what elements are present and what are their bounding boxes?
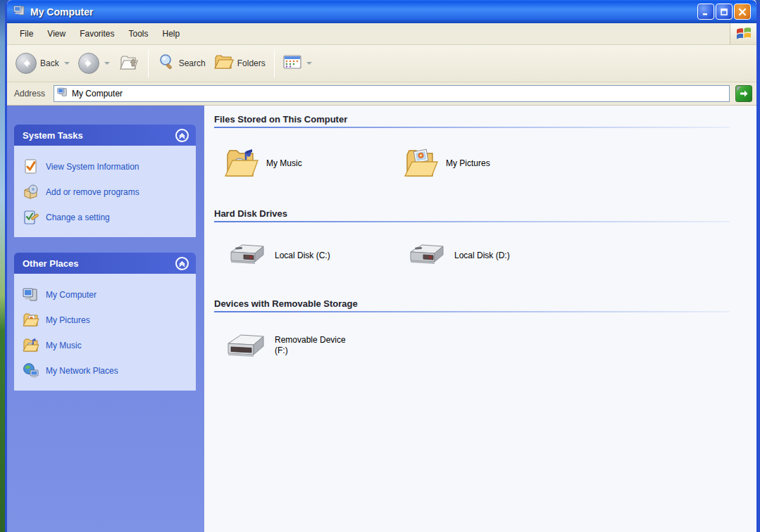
collapse-chevron-icon[interactable] [175, 257, 189, 270]
item-label-line1: Removable Device [275, 335, 346, 345]
task-label: View System Information [46, 162, 139, 172]
task-add-or-remove-programs[interactable]: Add or remove programs [23, 179, 192, 205]
task-pane-sidebar: System Tasks View System Informati [7, 106, 204, 532]
my-computer-icon [13, 4, 26, 20]
back-label: Back [40, 58, 59, 68]
address-bar: Address My Computer [7, 82, 756, 106]
section-title: Hard Disk Drives [214, 208, 756, 219]
pictures-folder-icon [404, 146, 439, 180]
computer-icon [23, 286, 39, 303]
drive-item-local-disk-d[interactable]: Local Disk (D:) [404, 241, 583, 270]
place-label: My Pictures [46, 315, 90, 325]
folder-item-my-pictures[interactable]: My Pictures [404, 146, 583, 180]
task-change-a-setting[interactable]: Change a setting [23, 205, 192, 230]
hard-disk-icon [224, 241, 268, 270]
search-button[interactable]: Search [153, 50, 210, 77]
section-divider [214, 221, 730, 222]
panel-title: System Tasks [23, 130, 83, 141]
folder-view: Files Stored on This Computer [204, 106, 756, 532]
content-area: System Tasks View System Informati [7, 106, 756, 532]
system-tasks-body: View System Information A [14, 146, 196, 237]
title-bar[interactable]: My Computer [7, 0, 756, 23]
system-tasks-panel: System Tasks View System Informati [14, 125, 196, 237]
item-label: Local Disk (C:) [275, 251, 330, 261]
system-tasks-header[interactable]: System Tasks [14, 125, 196, 146]
section-divider [214, 127, 730, 128]
up-button[interactable] [114, 49, 144, 78]
forward-dropdown-icon[interactable] [104, 62, 110, 65]
task-label: Change a setting [46, 213, 110, 222]
up-folder-icon [118, 51, 139, 75]
collapse-chevron-icon[interactable] [175, 129, 189, 142]
section-divider [214, 311, 730, 312]
drive-item-removable-f[interactable]: Removable Device (F:) [224, 331, 404, 360]
music-folder-icon [224, 146, 259, 180]
folders-icon [214, 53, 234, 73]
menu-help[interactable]: Help [156, 26, 187, 42]
place-my-music[interactable]: My Music [23, 333, 192, 358]
place-label: My Computer [46, 290, 96, 300]
back-button[interactable]: Back [11, 50, 74, 77]
place-label: My Music [46, 341, 82, 350]
close-button[interactable] [734, 4, 751, 20]
place-my-pictures[interactable]: My Pictures [23, 308, 192, 333]
place-my-network-places[interactable]: My Network Places [23, 358, 192, 384]
toolbar: Back [7, 45, 756, 82]
toolbar-separator [274, 49, 275, 77]
address-value: My Computer [72, 89, 123, 99]
forward-button[interactable] [74, 50, 114, 77]
views-icon [283, 54, 301, 72]
address-input[interactable]: My Computer [54, 85, 730, 102]
windows-logo-icon [730, 23, 756, 44]
menu-favorites[interactable]: Favorites [73, 26, 121, 42]
folders-label: Folders [237, 58, 266, 68]
menu-view[interactable]: View [40, 26, 73, 42]
menu-file[interactable]: File [13, 26, 40, 42]
network-icon [23, 362, 39, 379]
item-label: My Music [266, 158, 302, 169]
add-remove-programs-icon [23, 184, 39, 201]
minimize-button[interactable] [697, 4, 714, 20]
back-dropdown-icon[interactable] [64, 62, 70, 65]
place-my-computer[interactable]: My Computer [23, 282, 192, 308]
section-title: Devices with Removable Storage [214, 298, 756, 309]
go-button[interactable] [735, 85, 752, 102]
item-label: Local Disk (D:) [454, 251, 510, 261]
removable-drive-icon [224, 331, 268, 360]
music-folder-icon [23, 337, 39, 354]
my-computer-icon [57, 87, 68, 101]
change-setting-icon [23, 209, 39, 226]
section-files-stored: Files Stored on This Computer [214, 114, 756, 198]
item-label: Removable Device (F:) [275, 335, 346, 356]
section-title: Files Stored on This Computer [214, 114, 756, 125]
system-info-icon [23, 158, 39, 175]
place-label: My Network Places [46, 366, 118, 376]
drive-item-local-disk-c[interactable]: Local Disk (C:) [224, 241, 404, 270]
section-removable-storage: Devices with Removable Storage [214, 298, 756, 379]
search-label: Search [179, 58, 206, 68]
views-dropdown-icon[interactable] [306, 62, 312, 65]
address-label: Address [14, 89, 45, 99]
other-places-body: My Computer My Pictures [14, 274, 196, 391]
other-places-header[interactable]: Other Places [14, 253, 196, 274]
task-view-system-information[interactable]: View System Information [23, 154, 192, 179]
panel-title: Other Places [23, 258, 79, 269]
item-label-line2: (F:) [275, 346, 288, 355]
folder-item-my-music[interactable]: My Music [224, 146, 404, 180]
folders-button[interactable]: Folders [210, 51, 270, 76]
explorer-window: My Computer File View Favorites Tools He… [5, 0, 760, 532]
toolbar-separator [148, 49, 149, 77]
menu-tools[interactable]: Tools [122, 26, 156, 42]
desktop: { "window": { "title": "My Computer", "c… [0, 0, 760, 532]
window-title: My Computer [30, 6, 697, 18]
back-icon [15, 53, 37, 74]
maximize-button[interactable] [716, 4, 733, 20]
forward-icon [78, 53, 99, 74]
views-button[interactable] [279, 51, 316, 75]
pictures-folder-icon [23, 312, 39, 329]
menu-bar: File View Favorites Tools Help [7, 23, 756, 45]
other-places-panel: Other Places [14, 253, 196, 391]
section-hard-disk-drives: Hard Disk Drives [214, 208, 756, 289]
hard-disk-icon [404, 241, 447, 270]
item-label: My Pictures [446, 158, 490, 169]
